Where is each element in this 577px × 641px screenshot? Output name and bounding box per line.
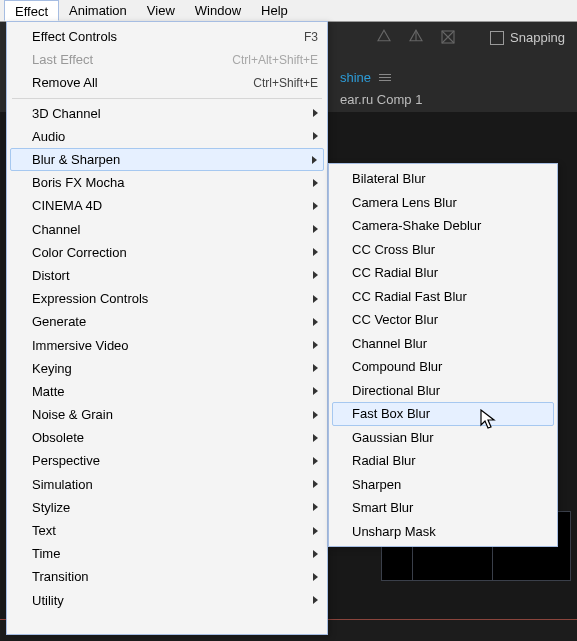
submenu-item-fast-box-blur[interactable]: Fast Box Blur (332, 402, 554, 426)
blur-sharpen-submenu: Bilateral Blur Camera Lens Blur Camera-S… (328, 163, 558, 547)
chevron-right-icon (313, 341, 318, 349)
submenu-item-cc-vector-blur[interactable]: CC Vector Blur (332, 308, 554, 332)
chevron-right-icon (313, 179, 318, 187)
panel-menu-icon[interactable] (379, 74, 391, 81)
menu-help[interactable]: Help (251, 0, 298, 21)
menu-item-distort[interactable]: Distort (10, 264, 324, 287)
menu-item-expression-controls[interactable]: Expression Controls (10, 287, 324, 310)
menu-effect[interactable]: Effect (4, 0, 59, 21)
menu-item-3d-channel[interactable]: 3D Channel (10, 102, 324, 125)
submenu-item-compound-blur[interactable]: Compound Blur (332, 355, 554, 379)
menu-item-channel[interactable]: Channel (10, 218, 324, 241)
tool-icon-3[interactable] (439, 28, 457, 46)
snapping-label: Snapping (510, 30, 565, 45)
submenu-item-unsharp-mask[interactable]: Unsharp Mask (332, 520, 554, 544)
snapping-checkbox-icon (490, 31, 504, 45)
menu-item-boris-fx-mocha[interactable]: Boris FX Mocha (10, 171, 324, 194)
menu-item-cinema-4d[interactable]: CINEMA 4D (10, 194, 324, 217)
chevron-right-icon (313, 318, 318, 326)
menu-item-transition[interactable]: Transition (10, 565, 324, 588)
tab-label: shine (340, 70, 371, 85)
submenu-item-sharpen[interactable]: Sharpen (332, 473, 554, 497)
menu-item-immersive-video[interactable]: Immersive Video (10, 333, 324, 356)
menu-item-time[interactable]: Time (10, 542, 324, 565)
menu-item-audio[interactable]: Audio (10, 125, 324, 148)
menu-item-last-effect: Last Effect Ctrl+Alt+Shift+E (10, 48, 324, 71)
chevron-right-icon (313, 503, 318, 511)
chevron-right-icon (313, 271, 318, 279)
menu-separator (12, 98, 322, 99)
menu-item-utility[interactable]: Utility (10, 589, 324, 612)
menu-item-blur-sharpen[interactable]: Blur & Sharpen (10, 148, 324, 171)
submenu-item-camera-lens-blur[interactable]: Camera Lens Blur (332, 191, 554, 215)
menu-item-matte[interactable]: Matte (10, 380, 324, 403)
chevron-right-icon (313, 411, 318, 419)
menu-item-effect-controls[interactable]: Effect Controls F3 (10, 25, 324, 48)
menu-item-obsolete[interactable]: Obsolete (10, 426, 324, 449)
menu-item-simulation[interactable]: Simulation (10, 473, 324, 496)
chevron-right-icon (313, 457, 318, 465)
chevron-right-icon (313, 364, 318, 372)
chevron-right-icon (313, 387, 318, 395)
submenu-item-bilateral-blur[interactable]: Bilateral Blur (332, 167, 554, 191)
submenu-item-radial-blur[interactable]: Radial Blur (332, 449, 554, 473)
menu-item-remove-all[interactable]: Remove All Ctrl+Shift+E (10, 71, 324, 94)
menu-item-perspective[interactable]: Perspective (10, 449, 324, 472)
chevron-right-icon (313, 295, 318, 303)
tool-icon-2[interactable] (407, 28, 425, 46)
menu-item-color-correction[interactable]: Color Correction (10, 241, 324, 264)
menu-item-noise-grain[interactable]: Noise & Grain (10, 403, 324, 426)
submenu-item-gaussian-blur[interactable]: Gaussian Blur (332, 426, 554, 450)
menu-window[interactable]: Window (185, 0, 251, 21)
submenu-item-smart-blur[interactable]: Smart Blur (332, 496, 554, 520)
chevron-right-icon (313, 434, 318, 442)
submenu-item-camera-shake-deblur[interactable]: Camera-Shake Deblur (332, 214, 554, 238)
submenu-item-cc-cross-blur[interactable]: CC Cross Blur (332, 238, 554, 262)
menu-item-text[interactable]: Text (10, 519, 324, 542)
chevron-right-icon (313, 132, 318, 140)
chevron-right-icon (313, 550, 318, 558)
snapping-toggle[interactable]: Snapping (490, 30, 565, 45)
tool-icons (375, 28, 457, 46)
menu-view[interactable]: View (137, 0, 185, 21)
tool-icon-1[interactable] (375, 28, 393, 46)
chevron-right-icon (313, 225, 318, 233)
menubar: Effect Animation View Window Help (0, 0, 577, 22)
chevron-right-icon (313, 202, 318, 210)
submenu-item-cc-radial-blur[interactable]: CC Radial Blur (332, 261, 554, 285)
menu-item-stylize[interactable]: Stylize (10, 496, 324, 519)
chevron-right-icon (313, 527, 318, 535)
menu-item-keying[interactable]: Keying (10, 357, 324, 380)
chevron-right-icon (313, 109, 318, 117)
tab-shine[interactable]: shine (340, 70, 391, 85)
menu-animation[interactable]: Animation (59, 0, 137, 21)
submenu-item-cc-radial-fast-blur[interactable]: CC Radial Fast Blur (332, 285, 554, 309)
submenu-item-channel-blur[interactable]: Channel Blur (332, 332, 554, 356)
chevron-right-icon (313, 596, 318, 604)
chevron-right-icon (313, 480, 318, 488)
effect-menu: Effect Controls F3 Last Effect Ctrl+Alt+… (6, 21, 328, 635)
chevron-right-icon (313, 248, 318, 256)
chevron-right-icon (312, 156, 317, 164)
menu-item-generate[interactable]: Generate (10, 310, 324, 333)
comp-name: ear.ru Comp 1 (340, 92, 422, 107)
chevron-right-icon (313, 573, 318, 581)
submenu-item-directional-blur[interactable]: Directional Blur (332, 379, 554, 403)
